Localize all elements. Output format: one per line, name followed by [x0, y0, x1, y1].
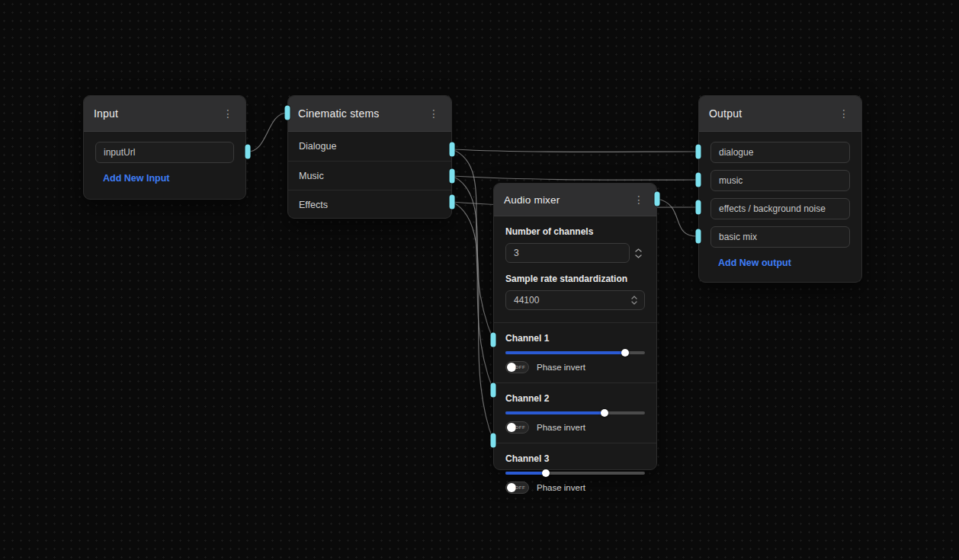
- node-output[interactable]: Output dialogue music effects / backgrou…: [698, 95, 862, 283]
- output-field-effects[interactable]: effects / background noise: [710, 198, 850, 219]
- wire Cinematic stems / Music -> Audio mixer / Channel 2: [452, 176, 493, 390]
- port-input-inputurl-out[interactable]: [245, 145, 251, 159]
- slider-fill: [505, 472, 546, 475]
- port-mixer-channel1-in[interactable]: [491, 333, 496, 347]
- node-input-header[interactable]: Input: [84, 96, 245, 132]
- number-stepper: [631, 248, 645, 258]
- node-mixer-header[interactable]: Audio mixer: [494, 184, 656, 216]
- kebab-menu-icon[interactable]: [836, 107, 852, 120]
- stems-output-dialogue[interactable]: Dialogue: [288, 132, 451, 161]
- port-mixer-channel2-in[interactable]: [491, 383, 496, 398]
- wire Cinematic stems / Effects -> Audio mixer / Channel 3: [452, 202, 493, 440]
- chevron-down-icon[interactable]: [635, 254, 642, 258]
- channel-1-slider[interactable]: [505, 351, 645, 354]
- output-field-basic-mix[interactable]: basic mix: [710, 226, 850, 248]
- node-output-body: dialogue music effects / background nois…: [699, 132, 861, 281]
- channel-2-phase-invert-toggle[interactable]: OFF: [505, 421, 529, 434]
- sample-rate-select[interactable]: 44100: [505, 290, 645, 310]
- channel-3-section: Channel 3 OFF Phase invert: [505, 443, 645, 494]
- port-stems-effects-out[interactable]: [450, 195, 455, 210]
- phase-invert-label: Phase invert: [537, 423, 585, 432]
- port-mixer-channel3-in[interactable]: [491, 434, 496, 448]
- wire Audio mixer / out -> Output / basic-mix: [657, 199, 698, 236]
- wire Input / inputUrl -> Cinematic stems / in: [248, 113, 287, 152]
- node-stems-body: Dialogue Music Effects: [288, 132, 451, 219]
- phase-invert-label: Phase invert: [537, 363, 585, 372]
- kebab-menu-icon[interactable]: [220, 107, 236, 120]
- channel-2-section: Channel 2 OFF Phase invert: [505, 383, 645, 443]
- number-of-channels-label: Number of channels: [505, 226, 645, 237]
- node-editor-canvas[interactable]: { "canvas": { "background": "#0a0a0a", "…: [0, 0, 959, 560]
- select-updown-icon: [631, 296, 637, 305]
- channel-2-label: Channel 2: [505, 393, 645, 404]
- channel-1-label: Channel 1: [505, 333, 645, 344]
- channel-1-section: Channel 1 OFF Phase invert: [505, 323, 645, 382]
- node-stems-header[interactable]: Cinematic stems: [288, 96, 451, 132]
- slider-fill: [505, 411, 605, 414]
- node-mixer-body: Number of channels 3 Sample rate standar…: [494, 216, 656, 506]
- channel-3-phase-invert-toggle[interactable]: OFF: [505, 482, 529, 494]
- node-audio-mixer[interactable]: Audio mixer Number of channels 3 Sample …: [493, 183, 657, 470]
- output-field-music[interactable]: music: [710, 170, 850, 191]
- port-output-effects-in[interactable]: [696, 200, 701, 215]
- slider-knob[interactable]: [621, 349, 629, 357]
- channel-3-slider[interactable]: [505, 472, 645, 475]
- toggle-state-text: OFF: [515, 365, 525, 370]
- stems-output-music[interactable]: Music: [288, 161, 451, 190]
- toggle-state-text: OFF: [515, 425, 525, 430]
- add-new-input-link[interactable]: Add New Input: [103, 173, 170, 184]
- slider-fill: [505, 351, 625, 354]
- slider-knob[interactable]: [542, 469, 550, 477]
- port-output-basicmix-in[interactable]: [696, 229, 701, 244]
- wire Cinematic stems / Dialogue -> Output / dialogue: [452, 149, 698, 152]
- node-mixer-title: Audio mixer: [504, 194, 560, 206]
- add-new-output-link[interactable]: Add New output: [718, 258, 791, 268]
- channel-1-phase-invert-toggle[interactable]: OFF: [505, 361, 529, 373]
- node-cinematic-stems[interactable]: Cinematic stems Dialogue Music Effects: [287, 95, 452, 219]
- channel-3-label: Channel 3: [505, 453, 645, 464]
- output-field-dialogue[interactable]: dialogue: [710, 142, 850, 163]
- toggle-state-text: OFF: [515, 485, 525, 490]
- node-stems-title: Cinematic stems: [298, 107, 379, 120]
- channel-2-slider[interactable]: [505, 411, 645, 414]
- wire Cinematic stems / Music -> Output / music: [452, 176, 698, 180]
- kebab-menu-icon[interactable]: [631, 193, 646, 206]
- port-stems-dialogue-out[interactable]: [450, 142, 455, 157]
- port-output-music-in[interactable]: [696, 173, 701, 187]
- port-mixer-out[interactable]: [655, 192, 660, 206]
- kebab-menu-icon[interactable]: [426, 107, 441, 120]
- stems-output-effects[interactable]: Effects: [288, 190, 451, 219]
- node-output-header[interactable]: Output: [699, 96, 861, 132]
- port-output-dialogue-in[interactable]: [696, 145, 701, 159]
- node-input[interactable]: Input inputUrl Add New Input: [83, 95, 246, 200]
- port-stems-in[interactable]: [285, 106, 290, 120]
- slider-knob[interactable]: [601, 409, 608, 417]
- port-stems-music-out[interactable]: [450, 169, 455, 184]
- phase-invert-label: Phase invert: [537, 483, 585, 492]
- chevron-up-icon[interactable]: [635, 248, 642, 252]
- node-input-body: inputUrl Add New Input: [84, 132, 245, 197]
- sample-rate-value: 44100: [514, 295, 539, 306]
- sample-rate-label: Sample rate standardization: [505, 274, 645, 284]
- node-output-title: Output: [709, 107, 742, 120]
- input-url-field[interactable]: inputUrl: [95, 142, 234, 163]
- number-of-channels-input[interactable]: 3: [505, 243, 630, 263]
- node-input-title: Input: [94, 107, 118, 120]
